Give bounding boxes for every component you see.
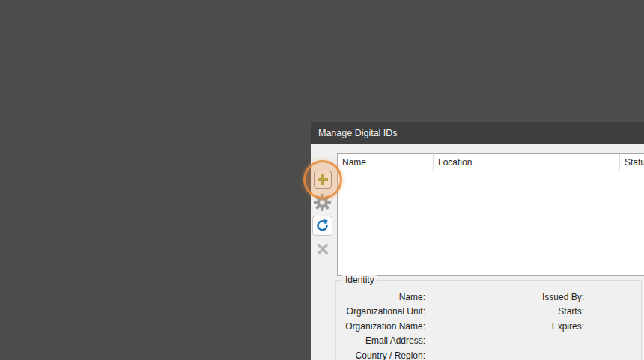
column-header-status[interactable]: Status [620, 154, 644, 171]
field-label-email-address: Email Address: [336, 334, 425, 348]
dialog-titlebar[interactable]: Manage Digital IDs [311, 122, 644, 144]
field-label-name: Name: [336, 290, 425, 305]
manage-digital-ids-dialog: Manage Digital IDs [311, 122, 644, 360]
identity-row: Email Address: [336, 334, 641, 348]
identity-row: Organization Name: Expires: [336, 320, 641, 334]
plus-icon [318, 174, 328, 185]
field-label-organization-name: Organization Name: [336, 320, 425, 334]
column-header-name[interactable]: Name [338, 154, 434, 171]
field-label-country-region: Country / Region: [336, 349, 425, 360]
list-body-empty[interactable] [338, 171, 644, 275]
id-settings-button[interactable] [314, 194, 331, 211]
identity-legend: Identity [342, 275, 377, 285]
identity-fields: Name: Issued By: Organizational Unit: St… [336, 290, 641, 360]
dialog-title: Manage Digital IDs [318, 128, 398, 138]
remove-id-button[interactable] [315, 241, 330, 257]
field-label-issued-by: Issued By: [425, 290, 584, 305]
column-header-location[interactable]: Location [434, 154, 620, 171]
desktop-background: { "window": { "title": "Manage Digital I… [0, 0, 644, 360]
list-header-row: Name Location Status [338, 154, 644, 171]
refresh-ids-button[interactable] [312, 216, 332, 236]
refresh-icon [315, 219, 329, 233]
field-value-empty [425, 349, 584, 360]
gear-icon [314, 194, 331, 211]
x-icon [317, 243, 329, 255]
identity-row: Organizational Unit: Starts: [336, 305, 641, 319]
identity-row: Country / Region: [336, 349, 641, 360]
digital-ids-list[interactable]: Name Location Status [337, 153, 644, 276]
dialog-body: Name Location Status Identity Name: Issu… [311, 144, 644, 360]
identity-group-box: Identity Name: Issued By: Organizational… [335, 280, 642, 360]
identity-row: Name: Issued By: [336, 290, 641, 305]
add-digital-id-button[interactable] [314, 171, 332, 189]
field-value-empty [425, 334, 584, 348]
field-label-expires: Expires: [425, 320, 584, 334]
field-label-organizational-unit: Organizational Unit: [336, 305, 425, 319]
field-label-starts: Starts: [425, 305, 584, 319]
